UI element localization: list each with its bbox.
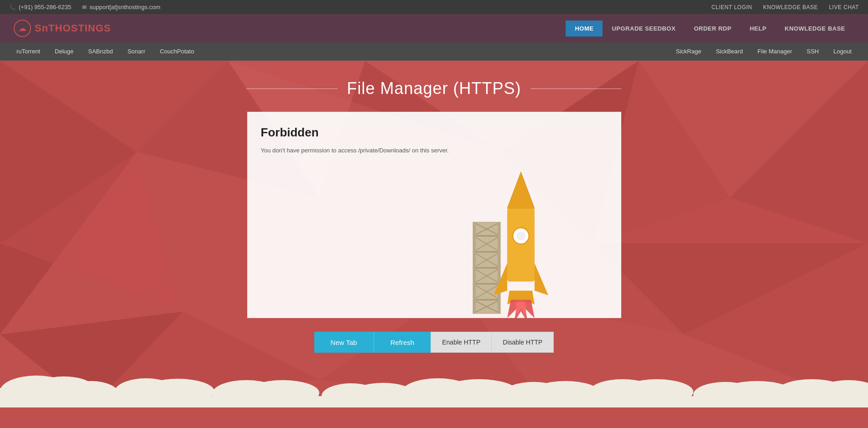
nav-deluge[interactable]: Deluge	[47, 42, 81, 60]
logo-snt: SnT	[35, 22, 55, 34]
header: ☁ SnTHOSTINGS HOME UPGRADE SEEDBOX ORDER…	[0, 14, 868, 42]
email-info: ✉ support[at]snthostings.com	[82, 4, 160, 10]
cloud-icon: ☁	[18, 23, 26, 33]
nav-sabnzbd[interactable]: SABnzbd	[81, 42, 120, 60]
page-title-wrapper: File Manager (HTTPS)	[0, 61, 868, 112]
nav-logout[interactable]: Logout	[826, 42, 859, 60]
enable-http-button[interactable]: Enable HTTP	[431, 332, 492, 353]
svg-rect-43	[473, 222, 476, 313]
nav-help[interactable]: HELP	[741, 21, 776, 37]
nav-sonarr[interactable]: Sonarr	[120, 42, 152, 60]
nav-sickbeard[interactable]: SickBeard	[708, 42, 750, 60]
top-bar: 📞 (+91) 955-286-6235 ✉ support[at]snthos…	[0, 0, 868, 14]
client-login-link[interactable]: CLIENT LOGIN	[712, 4, 752, 10]
content-box: Forbidden You don't have permission to a…	[247, 112, 621, 318]
phone-info: 📞 (+91) 955-286-6235	[9, 4, 71, 10]
live-chat-link[interactable]: LIVE CHAT	[829, 4, 859, 10]
rocket-body	[494, 172, 548, 318]
phone-number: (+91) 955-286-6235	[19, 4, 71, 10]
error-title: Forbidden	[261, 125, 608, 140]
logo[interactable]: ☁ SnTHOSTINGS	[14, 20, 111, 37]
title-line-left	[246, 89, 338, 89]
logo-hostings: HOSTINGS	[55, 22, 111, 34]
svg-rect-44	[498, 222, 500, 313]
hero: File Manager (HTTPS) Forbidden You don't…	[0, 61, 868, 407]
main-nav: HOME UPGRADE SEEDBOX ORDER RDP HELP KNOW…	[566, 21, 854, 37]
nav-rutorrent[interactable]: ruTorrent	[9, 42, 47, 60]
knowledge-base-top-link[interactable]: KNOWLEDGE BASE	[763, 4, 818, 10]
nav-upgrade-seedbox[interactable]: UPGRADE SEEDBOX	[603, 21, 685, 37]
top-bar-right: CLIENT LOGIN KNOWLEDGE BASE LIVE CHAT	[712, 4, 859, 10]
page-title: File Manager (HTTPS)	[347, 79, 521, 98]
nav-ssh[interactable]: SSH	[800, 42, 826, 60]
logo-text: SnTHOSTINGS	[35, 22, 111, 34]
nav-knowledge-base[interactable]: KNOWLEDGE BASE	[775, 21, 854, 37]
action-buttons: New Tab Refresh Enable HTTP Disable HTTP	[0, 318, 868, 362]
new-tab-button[interactable]: New Tab	[314, 332, 374, 353]
nav-order-rdp[interactable]: ORDER RDP	[685, 21, 741, 37]
refresh-button[interactable]: Refresh	[374, 332, 431, 353]
launch-tower	[473, 222, 500, 313]
disable-http-button[interactable]: Disable HTTP	[492, 332, 554, 353]
nav-sickrage[interactable]: SickRage	[669, 42, 709, 60]
svg-rect-45	[507, 209, 535, 282]
nav-file-manager[interactable]: File Manager	[750, 42, 800, 60]
right-nav: SickRage SickBeard File Manager SSH Logo…	[669, 42, 859, 60]
email-address: support[at]snthostings.com	[89, 4, 160, 10]
secondary-nav: ruTorrent Deluge SABnzbd Sonarr CouchPot…	[0, 42, 868, 61]
error-message: You don't have permission to access /pri…	[261, 147, 608, 154]
logo-circle: ☁	[14, 20, 31, 37]
email-icon: ✉	[82, 4, 87, 10]
top-bar-left: 📞 (+91) 955-286-6235 ✉ support[at]snthos…	[9, 4, 161, 10]
rocket-svg	[443, 163, 580, 318]
title-line-right	[530, 89, 622, 89]
nav-couchpotato[interactable]: CouchPotato	[152, 42, 201, 60]
nav-home[interactable]: HOME	[566, 21, 603, 37]
phone-icon: 📞	[9, 4, 16, 10]
svg-point-47	[516, 231, 525, 240]
rocket-illustration	[261, 163, 608, 318]
